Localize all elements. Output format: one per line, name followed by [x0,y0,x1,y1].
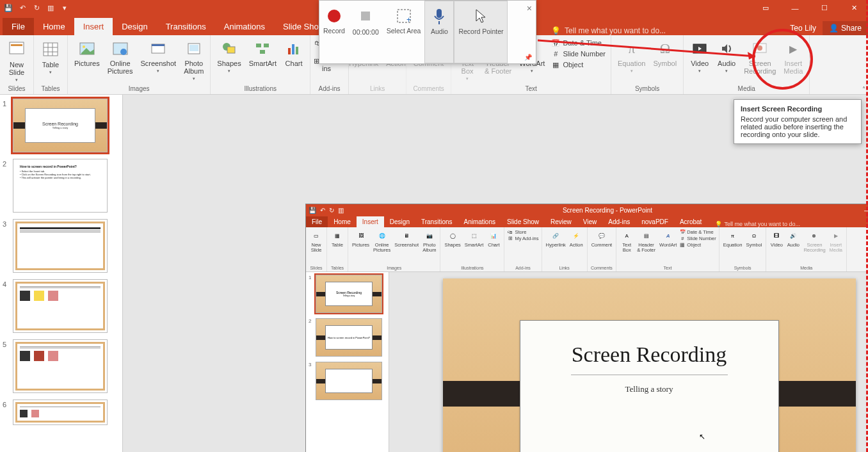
chart-button[interactable]: Chart [282,38,306,69]
embed-header[interactable]: ▤Header & Footer [636,229,657,253]
tab-insert[interactable]: Insert [74,18,113,35]
account-user[interactable]: Teo Lily [784,21,823,35]
embed-screenrec[interactable]: ⏺Screen Recording [802,229,826,253]
tab-animations[interactable]: Animations [215,18,274,35]
embed-action[interactable]: ⚡Action [568,229,584,248]
table-button[interactable]: Table ▾ [38,38,63,76]
equation-button[interactable]: πEquation▾ [615,38,648,75]
select-area-button[interactable]: + Select Area [383,1,425,63]
audio-button[interactable]: Audio▾ [714,38,739,75]
embed-tab-novapdf[interactable]: novaPDF [636,216,674,227]
thumbnail-slide-4[interactable] [13,279,108,333]
embed-chart[interactable]: 📊Chart [486,229,501,248]
embed-thumb-3[interactable] [316,362,382,400]
ribbon-display-options[interactable]: ▭ [751,0,780,16]
embed-equation[interactable]: πEquation [722,229,744,248]
embed-store[interactable]: 🛍Store [507,229,538,235]
embed-hyperlink[interactable]: 🔗Hyperlink [545,229,567,248]
maximize-button[interactable]: ☐ [810,0,839,16]
embed-shapes[interactable]: ◯Shapes [443,229,462,248]
online-pictures-button[interactable]: Online Pictures [105,38,136,76]
thumbnail-slide-6[interactable] [13,400,108,425]
date-time-button[interactable]: 📅Date & Time [550,38,607,48]
embed-smartart[interactable]: ⬚SmartArt [463,229,485,248]
embed-undo-icon[interactable]: ↶ [320,207,325,214]
embed-min-icon[interactable]: — [859,204,868,216]
embed-slidenum[interactable]: #Slide Number [679,235,716,241]
tab-home[interactable]: Home [34,18,74,35]
embed-thumb-2[interactable]: How to screen record in PowerPoint? [316,318,382,357]
close-button[interactable]: ✕ [840,0,868,16]
embed-tab-slideshow[interactable]: Slide Show [501,216,545,227]
object-button[interactable]: ▦Object [550,60,607,70]
embed-tab-home[interactable]: Home [328,216,357,227]
startfrom-icon[interactable]: ▥ [46,4,55,13]
embed-tab-design[interactable]: Design [384,216,415,227]
embed-tab-file[interactable]: File [306,216,328,227]
embed-thumbnails[interactable]: 1 Screen RecordingTelling a story 2 How … [306,272,389,452]
symbol-button[interactable]: ΩSymbol [650,38,679,69]
embed-insertmedia[interactable]: ▶Insert Media [828,229,844,253]
thumbnail-slide-2[interactable]: How to screen record in PowerPoint? • Se… [13,159,108,213]
tab-file[interactable]: File [3,18,34,35]
embed-tellme[interactable]: 💡Tell me what you want to do... [715,221,800,227]
tab-design[interactable]: Design [113,18,156,35]
tell-me-search[interactable]: 💡 Tell me what you want to do... [551,26,666,35]
recording-close-icon[interactable]: × [527,3,532,13]
embed-tab-insert[interactable]: Insert [357,216,384,227]
qat-dropdown-icon[interactable]: ▾ [60,4,69,13]
embed-album[interactable]: 📷Photo Album [421,229,437,253]
embed-save-icon[interactable]: 💾 [309,207,316,214]
undo-icon[interactable]: ↶ [18,4,27,13]
embed-tab-review[interactable]: Review [545,216,577,227]
smartart-button[interactable]: SmartArt [246,38,279,69]
embed-wordart[interactable]: AWordArt [658,229,678,248]
video-button[interactable]: Video▾ [687,38,712,75]
embed-screenshot[interactable]: 🖥Screenshot [393,229,420,248]
minimize-button[interactable]: — [781,0,809,16]
embed-comment[interactable]: 💬Comment [590,229,614,248]
record-audio-button[interactable]: Audio [424,1,454,63]
embed-textbox[interactable]: AText Box [619,229,634,253]
insert-media-button[interactable]: ▶Insert Media [781,38,805,76]
thumbnail-slide-5[interactable] [13,339,108,393]
embed-tab-addins[interactable]: Add-ins [602,216,636,227]
slide-canvas[interactable]: 💾↶↻▥ Screen Recording - PowerPoint —☐✕ F… [123,95,868,452]
slide-number-button[interactable]: #Slide Number [550,49,607,59]
embed-myaddins[interactable]: ⊞My Add-ins [507,235,538,241]
embed-canvas[interactable]: Screen Recording Telling a story ↖ [389,272,868,452]
tab-transitions[interactable]: Transitions [157,18,215,35]
record-pointer-button[interactable]: Record Pointer [454,1,508,63]
embed-video[interactable]: 🎞Video [769,229,784,248]
redo-icon[interactable]: ↻ [32,4,41,13]
thumbnail-slide-1[interactable]: Screen RecordingTelling a story [13,99,108,152]
embed-tab-acrobat[interactable]: Acrobat [674,216,707,227]
new-slide-button[interactable]: New Slide ▾ [4,38,29,84]
recording-pin-icon[interactable]: 📌 [524,54,532,61]
save-icon[interactable]: 💾 [4,4,13,13]
embed-online-pic[interactable]: 🌐Online Pictures [372,229,392,253]
embed-datetime[interactable]: 📅Date & Time [679,229,716,235]
embed-symbol[interactable]: ΩSymbol [744,229,763,248]
embed-redo-icon[interactable]: ↻ [329,207,334,214]
slide-thumbnails-panel[interactable]: 1 Screen RecordingTelling a story 2 How … [0,95,123,452]
embed-object[interactable]: ▦Object [679,241,716,248]
embed-tab-view[interactable]: View [577,216,603,227]
collapse-ribbon-icon[interactable]: ˄ [862,86,865,93]
screen-recording-button[interactable]: Screen Recording [741,38,778,76]
embed-tab-animations[interactable]: Animations [458,216,501,227]
embed-audio[interactable]: 🔊Audio [785,229,801,248]
embed-pictures[interactable]: 🖼Pictures [351,229,371,248]
pictures-button[interactable]: Pictures [72,38,102,69]
record-button[interactable]: Record [319,1,349,63]
share-button[interactable]: 👤 Share [823,21,868,35]
embed-new-slide[interactable]: ▭New Slide [309,229,324,253]
embed-thumb-1[interactable]: Screen RecordingTelling a story [316,275,382,313]
photo-album-button[interactable]: Photo Album ▾ [181,38,206,83]
thumbnail-slide-3[interactable] [13,219,108,273]
screenshot-button[interactable]: Screenshot ▾ [138,38,179,75]
embed-table[interactable]: ▦Table [330,229,345,248]
embed-tab-transitions[interactable]: Transitions [415,216,458,227]
shapes-button[interactable]: Shapes ▾ [214,38,243,75]
embed-start-icon[interactable]: ▥ [338,207,344,214]
